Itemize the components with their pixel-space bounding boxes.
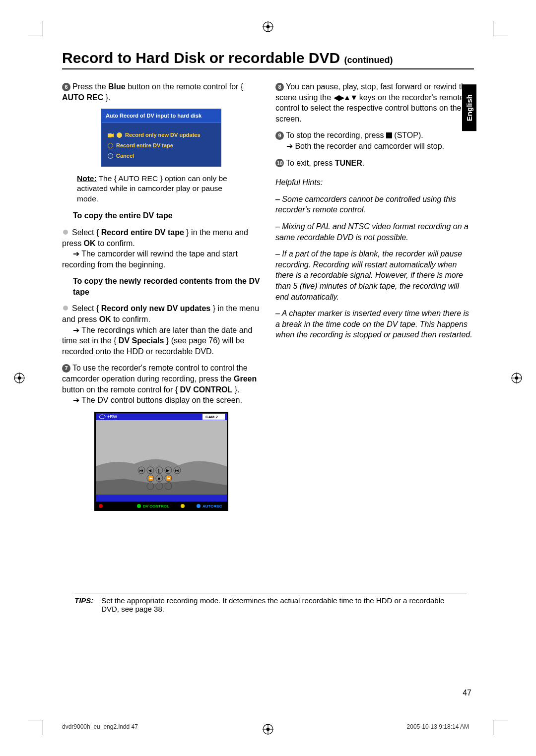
arrow-right-icon: ➔ xyxy=(73,396,79,404)
screenshot-label-cam2: CAM 2 xyxy=(205,415,218,419)
registration-mark-icon xyxy=(14,373,25,383)
dialog-option-entire-tape: Record entire DV tape xyxy=(108,140,215,151)
result-line: ➔ Both the recorder and camcorder will s… xyxy=(275,142,444,150)
title-rule xyxy=(62,68,474,69)
crop-mark-tl xyxy=(28,36,43,36)
screenshot-label-autorec: AUTOREC xyxy=(202,504,222,508)
arrow-right-icon: ➔ xyxy=(73,326,79,334)
stop-icon xyxy=(386,132,392,138)
crop-mark-bl xyxy=(28,720,43,720)
note-block: Note: The { AUTO REC } option can only b… xyxy=(62,174,261,205)
step-badge-8: 8 xyxy=(275,83,284,91)
svg-text:⏭: ⏭ xyxy=(175,468,179,473)
dialog-option-new-updates: Record only new DV updates xyxy=(108,130,215,140)
svg-text:■: ■ xyxy=(158,476,160,481)
dv-control-screenshot: +RW CAM 2 ⏮ ◀ ‖ ▶ ⏭ ⏪ ■ xyxy=(94,412,228,514)
print-footer: dvdr9000h_eu_eng2.indd 47 2005-10-13 9:1… xyxy=(62,723,469,730)
result-line: ➔ The recordings which are later than th… xyxy=(62,326,252,356)
arrow-right-icon: ➔ xyxy=(286,142,293,150)
svg-text:▶: ▶ xyxy=(166,468,170,473)
bullet-icon xyxy=(63,230,68,235)
step-9: 9To stop the recording, press (STOP). ➔ … xyxy=(275,130,474,151)
bullet-copy-entire: Select { Record entire DV tape } in the … xyxy=(62,227,261,270)
title-continued: (continued) xyxy=(344,55,393,65)
svg-text:◀: ◀ xyxy=(148,468,152,473)
svg-text:⏮: ⏮ xyxy=(139,468,143,473)
step-10: 10To exit, press TUNER. xyxy=(275,158,474,169)
step-8: 8You can pause, play, stop, fast forward… xyxy=(275,81,474,124)
svg-text:‖: ‖ xyxy=(158,468,160,473)
svg-text:⏩: ⏩ xyxy=(166,476,171,481)
result-line: ➔ The DV control buttons display on the … xyxy=(62,396,242,404)
svg-point-45 xyxy=(137,504,141,508)
crop-mark-br xyxy=(493,720,508,720)
footer-filename: dvdr9000h_eu_eng2.indd 47 xyxy=(62,723,138,730)
svg-text:⏪: ⏪ xyxy=(148,476,153,481)
auto-rec-dialog: Auto Record of DV input to hard disk Rec… xyxy=(101,109,221,166)
registration-mark-icon xyxy=(263,21,273,32)
bullet-copy-new: Select { Record only new DV updates } in… xyxy=(62,303,261,357)
helpful-hints-label: Helpful Hints: xyxy=(275,177,474,188)
svg-rect-16 xyxy=(108,133,112,137)
svg-point-44 xyxy=(99,504,103,508)
bullet-icon xyxy=(63,306,68,311)
dialog-option-cancel: Cancel xyxy=(108,151,215,161)
svg-rect-42 xyxy=(96,495,227,502)
footer-timestamp: 2005-10-13 9:18:14 AM xyxy=(407,723,469,730)
hint-1: – Some camcorders cannot be controlled u… xyxy=(275,194,474,215)
camcorder-icon xyxy=(108,132,114,137)
radio-icon xyxy=(108,153,113,159)
hint-4: – A chapter marker is inserted every tim… xyxy=(275,308,474,340)
subheading-copy-new: To copy the newly recorded contents from… xyxy=(62,276,261,297)
tips-footer: TIPS: Set the appropriate recording mode… xyxy=(74,593,467,613)
step-6: 6Press the Blue button on the remote con… xyxy=(62,81,261,103)
page-number: 47 xyxy=(463,689,471,697)
step-badge-6: 6 xyxy=(62,83,70,91)
svg-point-46 xyxy=(181,504,185,508)
hint-3: – If a part of the tape is blank, the re… xyxy=(275,249,474,302)
radio-icon xyxy=(117,132,122,138)
title-main: Record to Hard Disk or recordable DVD xyxy=(62,50,340,66)
right-column: 8You can pause, play, stop, fast forward… xyxy=(275,81,474,513)
dialog-title: Auto Record of DV input to hard disk xyxy=(102,109,221,123)
svg-point-47 xyxy=(197,504,201,508)
tips-body: Set the appropriate recording mode. It d… xyxy=(101,596,459,613)
step-badge-7: 7 xyxy=(62,364,70,373)
arrow-right-icon: ➔ xyxy=(73,250,79,258)
radio-icon xyxy=(108,143,113,148)
screenshot-label-dvcontrol: DV CONTROL xyxy=(143,504,169,508)
registration-mark-icon xyxy=(511,373,522,383)
hint-2: – Mixing of PAL and NTSC video format re… xyxy=(275,221,474,243)
tips-label: TIPS: xyxy=(74,596,99,605)
page-title: Record to Hard Disk or recordable DVD (c… xyxy=(62,50,474,66)
screenshot-label-rw: +RW xyxy=(107,414,118,419)
step-7: 7To use the recorder's remote control to… xyxy=(62,363,261,405)
result-line: ➔ The camcorder will rewind the tape and… xyxy=(62,250,238,269)
subheading-copy-entire: To copy the entire DV tape xyxy=(62,210,261,221)
crop-mark-tr xyxy=(493,36,508,36)
left-column: 6Press the Blue button on the remote con… xyxy=(62,81,261,513)
step-badge-9: 9 xyxy=(275,131,284,140)
nav-keys-icon: ◀▶▲▼ xyxy=(334,93,357,102)
step-badge-10: 10 xyxy=(275,159,284,167)
